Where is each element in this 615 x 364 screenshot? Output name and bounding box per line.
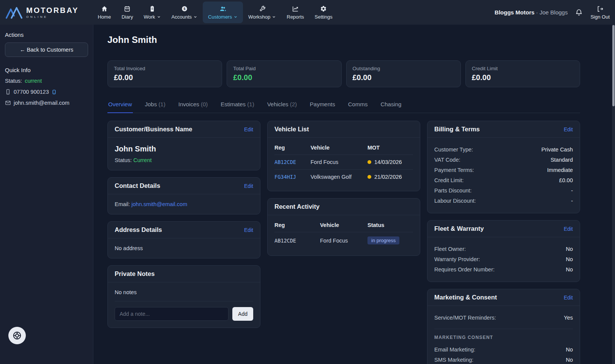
customer-status-line: Status: Current: [115, 157, 253, 163]
nav-item-label: Home: [98, 14, 111, 20]
envelope-icon: [5, 100, 11, 106]
card-title: Private Notes: [115, 270, 155, 277]
nav-item-accounts[interactable]: $ Accounts: [166, 2, 203, 23]
left-column: Customer/Business Name Edit John Smith S…: [107, 121, 260, 328]
mot-date: 14/03/2026: [374, 159, 402, 165]
stat-label: Credit Limit: [472, 66, 574, 71]
sms-action-icon[interactable]: [52, 90, 57, 95]
consent-row: SMS Marketing:No: [434, 355, 573, 364]
sign-out-label: Sign Out: [590, 14, 610, 20]
add-note-input[interactable]: [115, 307, 229, 321]
svg-text:$: $: [183, 7, 185, 11]
email-address: john.smith@email.com: [14, 100, 69, 106]
stat-value: £0.00: [353, 73, 454, 82]
help-fab-button[interactable]: [8, 327, 26, 344]
stat-value: £0.00: [472, 73, 574, 82]
scrollbar-thumb[interactable]: [612, 25, 615, 106]
contact-email-link[interactable]: john.smith@email.com: [131, 201, 187, 207]
activity-table-header: Reg Vehicle Status: [274, 218, 413, 232]
vehicle-table-header: Reg Vehicle MOT: [274, 141, 413, 155]
billing-row: Credit Limit:£0.00: [434, 175, 573, 186]
tab-overview[interactable]: Overview: [107, 98, 133, 113]
main-content: John Smith Total Invoiced £0.00 Total Pa…: [93, 25, 612, 364]
nav-item-reports[interactable]: Reports: [281, 2, 309, 23]
card-title: Address Details: [115, 226, 162, 233]
email-line: john.smith@email.com: [5, 100, 88, 106]
consent-row: Email Marketing:No: [434, 345, 573, 355]
customer-name-card: Customer/Business Name Edit John Smith S…: [107, 121, 260, 170]
tab-bar: Overview Jobs (1) Invoices (0) Estimates…: [107, 98, 580, 113]
main-nav: Home Diary Work $ Accounts: [92, 0, 337, 25]
no-notes-text: No notes: [115, 289, 253, 295]
notifications-button[interactable]: [575, 9, 583, 16]
stats-row: Total Invoiced £0.00 Total Paid £0.00 Ou…: [107, 60, 580, 87]
edit-billing-button[interactable]: Edit: [564, 126, 573, 132]
phone-number: 07700 900123: [14, 89, 49, 95]
vehicle-reg-link[interactable]: AB12CDE: [274, 159, 296, 165]
brand-logo-text: MOTORBAY ONLINE: [26, 6, 79, 19]
nav-item-settings[interactable]: Settings: [309, 2, 338, 23]
billing-terms-card: Billing & Terms Edit Customer Type:Priva…: [427, 121, 580, 213]
tab-comms[interactable]: Comms: [347, 98, 369, 113]
edit-fleet-button[interactable]: Edit: [564, 226, 573, 232]
activity-reg: AB12CDE: [274, 233, 320, 248]
brand-name: MOTORBAY: [26, 6, 79, 14]
tab-jobs[interactable]: Jobs (1): [144, 98, 166, 113]
wrench-icon: [259, 5, 266, 12]
nav-item-label: Diary: [121, 14, 133, 20]
edit-customer-name-button[interactable]: Edit: [244, 126, 253, 132]
chevron-down-icon: [233, 15, 238, 19]
vehicle-mot-cell: 21/02/2026: [367, 170, 413, 184]
vehicle-reg-link[interactable]: FG34HIJ: [274, 174, 296, 180]
sign-out-button[interactable]: Sign Out: [590, 5, 610, 20]
users-icon: [219, 5, 227, 12]
contact-email-line: Email: john.smith@email.com: [115, 201, 253, 207]
billing-row: Payment Terms:Immediate: [434, 165, 573, 175]
quick-info-heading: Quick Info: [5, 67, 88, 73]
sign-out-icon: [596, 5, 604, 13]
edit-marketing-button[interactable]: Edit: [564, 295, 573, 301]
card-title: Contact Details: [115, 182, 160, 189]
phone-icon: [5, 89, 11, 95]
tab-chasing[interactable]: Chasing: [380, 98, 402, 113]
stat-label: Outstanding: [353, 66, 454, 71]
nav-item-label: Workshop: [248, 14, 276, 20]
middle-column: Vehicle List Reg Vehicle MOT AB12CDE For: [267, 121, 420, 256]
page-title: John Smith: [107, 35, 612, 45]
calendar-icon: [124, 5, 131, 12]
edit-contact-button[interactable]: Edit: [244, 183, 253, 189]
scrollbar-track[interactable]: [612, 25, 615, 364]
card-title: Billing & Terms: [434, 126, 480, 133]
nav-item-work[interactable]: Work: [139, 2, 166, 23]
nav-item-home[interactable]: Home: [92, 2, 116, 23]
home-icon: [101, 5, 108, 12]
nav-item-diary[interactable]: Diary: [116, 2, 138, 23]
add-note-button[interactable]: Add: [232, 307, 253, 321]
mountain-logo-icon: [5, 6, 23, 19]
tab-vehicles[interactable]: Vehicles (2): [266, 98, 298, 113]
stat-card-total-invoiced: Total Invoiced £0.00: [107, 60, 222, 87]
right-column: Billing & Terms Edit Customer Type:Priva…: [427, 121, 580, 364]
account-user: Joe Bloggs: [539, 9, 568, 16]
chevron-down-icon: [157, 15, 161, 19]
edit-address-button[interactable]: Edit: [244, 227, 253, 233]
back-to-customers-button[interactable]: ← Back to Customers: [5, 43, 88, 57]
vehicle-row: AB12CDE Ford Focus 14/03/2026: [274, 155, 413, 170]
chevron-down-icon: [272, 15, 276, 19]
private-notes-card: Private Notes No notes Add: [107, 265, 260, 328]
vehicle-name: Volkswagen Golf: [311, 170, 367, 184]
status-line: Status: current: [5, 78, 88, 84]
status-label: Status:: [5, 78, 22, 84]
tab-invoices[interactable]: Invoices (0): [178, 98, 209, 113]
pound-circle-icon: $: [181, 5, 188, 12]
customer-status-value: Current: [133, 157, 151, 163]
no-address-text: No address: [115, 245, 253, 251]
nav-item-workshop[interactable]: Workshop: [243, 2, 281, 23]
nav-item-customers[interactable]: Customers: [203, 2, 243, 23]
brand-logo[interactable]: MOTORBAY ONLINE: [5, 6, 79, 19]
lifebuoy-icon: [12, 331, 22, 340]
tab-payments[interactable]: Payments: [309, 98, 336, 113]
tab-estimates[interactable]: Estimates (1): [220, 98, 255, 113]
mot-date: 21/02/2026: [374, 174, 402, 180]
stat-value: £0.00: [233, 73, 335, 82]
